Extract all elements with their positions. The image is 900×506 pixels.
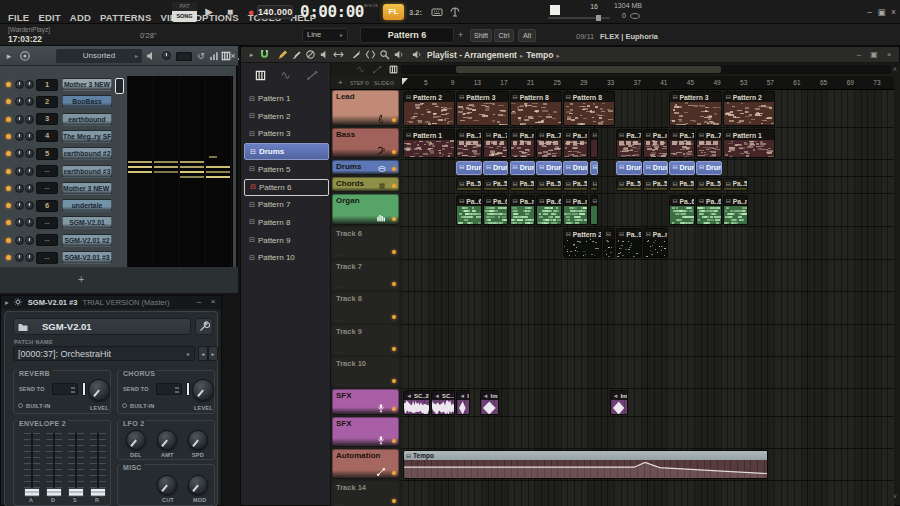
playlist-close-icon[interactable]: × [883, 50, 895, 60]
channel-volume-knob[interactable] [25, 80, 34, 89]
channel-mute-led[interactable] [6, 82, 11, 87]
tempo-display[interactable]: 140.000 [257, 5, 293, 19]
channel-pan-knob[interactable] [15, 167, 24, 176]
misc-knob-cut[interactable] [157, 475, 177, 495]
channel-volume-knob[interactable] [25, 184, 34, 193]
menu-edit[interactable]: EDIT [38, 12, 60, 23]
clip-pattern-3[interactable]: ⊟Pattern 3 [456, 91, 508, 126]
channel-button[interactable]: earthbound [62, 113, 112, 126]
snap-selector[interactable]: Line▸ [302, 28, 348, 42]
channel-volume-knob[interactable] [25, 253, 34, 262]
track-header-lead[interactable]: Lead... [332, 90, 399, 126]
channel-button[interactable]: Mother 3 NEW [62, 78, 112, 91]
pattern-item[interactable]: ⊟Pattern 9 [244, 232, 329, 249]
playhead-flag[interactable] [402, 78, 408, 85]
add-channel-button[interactable]: + [78, 273, 84, 285]
patch-prev-button[interactable]: ◂ [198, 346, 208, 361]
song-mode-label[interactable]: SONG [172, 11, 197, 22]
channel-mute-led[interactable] [6, 238, 11, 243]
pattern-item[interactable]: ⊟Drums [244, 143, 329, 160]
channel-pan-knob[interactable] [15, 132, 24, 141]
clip-pattern-2[interactable]: ⊟Pattern 2 [403, 91, 455, 126]
speaker2-tool-icon[interactable] [392, 48, 405, 61]
rack-pattern-preview[interactable] [127, 76, 233, 267]
clip-chords[interactable]: ⊟ [590, 178, 598, 191]
clip-pa-n-7[interactable]: ⊟Pa..n 7 [510, 129, 536, 158]
subtab-patterns-icon[interactable] [386, 63, 400, 76]
track-activity-led[interactable] [392, 315, 396, 319]
chorus-send-spinner[interactable] [156, 383, 182, 395]
clip-pattern-3[interactable]: ⊟Pattern 3 [669, 91, 721, 126]
channel-pan-knob[interactable] [15, 184, 24, 193]
reverb-level-knob[interactable] [88, 379, 110, 401]
channel-pan-knob[interactable] [15, 253, 24, 262]
channel-mute-led[interactable] [6, 99, 11, 104]
touch-icon[interactable] [448, 5, 462, 19]
env-slider-d[interactable] [46, 433, 62, 499]
track-header-track-14[interactable]: Track 14... [332, 481, 399, 506]
menu-patterns[interactable]: PATTERNS [100, 12, 151, 23]
clip-pa-n-7[interactable]: ⊟Pa..n 7 [563, 129, 589, 158]
channel-mute-led[interactable] [6, 186, 11, 191]
modifier-key-alt[interactable]: Alt [518, 29, 536, 42]
maximize-button[interactable]: ▣ [876, 8, 887, 18]
grid-row[interactable] [401, 260, 894, 292]
clip-pattern-2[interactable]: ⊟Pattern 2 [563, 228, 602, 258]
shuffle-slider[interactable] [548, 17, 610, 19]
clip-pattern-1[interactable]: ⊟Pattern 1 [403, 129, 455, 158]
clip-pattern-2[interactable]: ⊟Pattern 2 [723, 91, 775, 126]
clip-pa-n-6[interactable]: ⊟Pa..n 6 [510, 195, 536, 225]
picker-tab-automation[interactable] [301, 67, 323, 83]
track-header-sfx[interactable]: SFX... [332, 389, 399, 415]
clip-drums[interactable]: ⊟ [590, 161, 598, 175]
track-header-track-9[interactable]: Track 9... [332, 325, 399, 355]
channel-number[interactable]: 5 [36, 148, 58, 160]
grid-row[interactable] [401, 417, 894, 449]
playlist-grid[interactable]: ⊟Pattern 2⊟Pattern 3⊟Pattern 8⊟Pattern 8… [401, 90, 894, 506]
plugin-minimize-icon[interactable]: – [193, 297, 205, 307]
channel-mute-led[interactable] [6, 134, 11, 139]
caret-tool-icon[interactable]: ▸ [245, 48, 258, 61]
reverb-builtin-radio[interactable] [18, 403, 23, 408]
channel-pan-knob[interactable] [15, 218, 24, 227]
channel-volume-knob[interactable] [25, 115, 34, 124]
pattern-item[interactable]: ⊟Pattern 7 [244, 196, 329, 213]
channel-pan-knob[interactable] [15, 149, 24, 158]
channel-number[interactable]: 1 [36, 79, 58, 91]
channel-display-strip[interactable] [115, 78, 124, 94]
channel-button[interactable]: earthbound #3 [62, 165, 112, 178]
clip-tempo[interactable]: ⊟Tempo [403, 450, 768, 479]
clip-pa-7[interactable]: ⊟Pa..7 [456, 129, 482, 158]
channel-button[interactable]: BooBass [62, 95, 112, 108]
pattern-item[interactable]: ⊟Pattern 10 [244, 249, 329, 266]
clip-im-[interactable]: ◄Im.. [456, 390, 470, 415]
playlist-minimize-icon[interactable]: – [853, 50, 865, 60]
modifier-key-shift[interactable]: Shift [470, 29, 492, 42]
folder-icon[interactable] [17, 321, 29, 333]
rack-close-icon[interactable]: × [226, 49, 240, 63]
channel-number[interactable]: -- [36, 217, 58, 229]
channel-button[interactable]: SGM-V2.01 #3 [62, 251, 112, 264]
lfo-knob-amt[interactable] [157, 430, 177, 450]
clip-pa-n-9[interactable]: ⊟Pa..n 9 [643, 228, 669, 258]
rack-menu-caret[interactable]: ▸ [2, 49, 16, 63]
pattern-item[interactable]: ⊟Pattern 6 [244, 179, 329, 196]
channel-number[interactable]: -- [36, 182, 58, 194]
clip-drums[interactable]: ⊟Drums [696, 161, 722, 175]
subtab-audio-icon[interactable] [354, 63, 368, 76]
preset-name-field[interactable]: SGM-V2.01 [13, 318, 191, 335]
clip-drums[interactable]: ⊟Drums [563, 161, 589, 175]
track-activity-led[interactable] [392, 439, 396, 443]
clip-pa-n-7[interactable]: ⊟Pa..n 7 [643, 129, 669, 158]
plugin-close-icon[interactable]: × [207, 297, 219, 307]
pattern-item[interactable]: ⊟Pattern 8 [244, 214, 329, 231]
clip-drums[interactable]: ⊟Drums [536, 161, 562, 175]
grid-row[interactable] [401, 325, 894, 357]
channel-volume-knob[interactable] [25, 149, 34, 158]
track-header-track-8[interactable]: Track 8... [332, 292, 399, 323]
pattern-item[interactable]: ⊟Pattern 2 [244, 108, 329, 125]
cut-tool-icon[interactable] [304, 48, 317, 61]
track-activity-led[interactable] [392, 499, 396, 503]
modifier-key-ctrl[interactable]: Ctrl [494, 29, 514, 42]
menu-file[interactable]: FILE [8, 12, 29, 23]
